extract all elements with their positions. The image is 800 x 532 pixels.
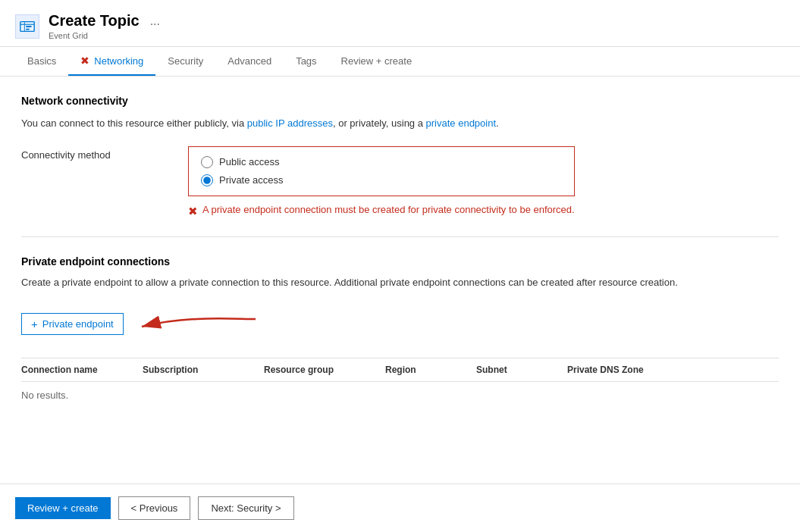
error-text: A private endpoint connection must be cr… [202, 204, 575, 215]
svg-rect-3 [26, 26, 31, 27]
add-private-endpoint-button[interactable]: + Private endpoint [21, 313, 124, 335]
tab-tags[interactable]: Tags [284, 47, 328, 76]
table-header-row: Connection name Subscription Resource gr… [21, 358, 779, 382]
private-access-label: Private access [219, 174, 284, 186]
section-divider [21, 236, 779, 237]
title-text: Create Topic [49, 12, 140, 30]
private-endpoint-link[interactable]: private endpoint [426, 117, 497, 129]
table-body: No results. [21, 382, 779, 408]
endpoints-table: Connection name Subscription Resource gr… [21, 358, 779, 408]
network-connectivity-title: Network connectivity [21, 95, 779, 107]
svg-rect-4 [26, 28, 30, 30]
public-ip-link[interactable]: public IP addresses [247, 117, 333, 129]
private-access-radio[interactable] [201, 174, 213, 186]
ellipsis-button[interactable]: ... [146, 13, 165, 30]
connectivity-box: Public access Private access [188, 146, 575, 196]
review-create-button[interactable]: Review + create [15, 497, 111, 519]
page-subtitle: Event Grid [49, 31, 165, 40]
private-endpoints-title: Private endpoint connections [21, 255, 779, 268]
plus-icon: + [31, 318, 38, 330]
radio-group: Public access Private access [201, 156, 562, 186]
public-access-radio[interactable] [201, 156, 213, 168]
tab-basics[interactable]: Basics [15, 47, 68, 76]
page-title: Create Topic ... [49, 12, 165, 30]
tab-advanced[interactable]: Advanced [215, 47, 284, 76]
connectivity-method-row: Connectivity method Public access Privat… [21, 146, 779, 218]
page-footer: Review + create < Previous Next: Securit… [0, 483, 800, 532]
page-header: Create Topic ... Event Grid [0, 0, 800, 47]
add-endpoint-row: + Private endpoint [21, 302, 779, 346]
col-region: Region [385, 365, 476, 375]
col-resource-group: Resource group [264, 365, 385, 375]
col-subnet: Subnet [476, 365, 567, 375]
col-dns-zone: Private DNS Zone [567, 365, 779, 375]
tab-review-create[interactable]: Review + create [329, 47, 425, 76]
no-results-text: No results. [21, 390, 68, 401]
main-content: Network connectivity You can connect to … [0, 77, 800, 483]
public-access-option[interactable]: Public access [201, 156, 562, 168]
tab-networking[interactable]: ✖ Networking [68, 47, 155, 76]
network-connectivity-desc: You can connect to this resource either … [21, 116, 779, 131]
public-access-label: Public access [219, 156, 279, 167]
arrow-indicator [127, 308, 263, 346]
tab-bar: Basics ✖ Networking Security Advanced Ta… [0, 47, 800, 77]
connectivity-options-container: Public access Private access ✖ A private… [188, 146, 575, 218]
header-text-group: Create Topic ... Event Grid [49, 12, 165, 40]
connectivity-label: Connectivity method [21, 146, 188, 161]
previous-button[interactable]: < Previous [118, 496, 191, 520]
private-access-option[interactable]: Private access [201, 174, 562, 186]
col-subscription: Subscription [143, 365, 264, 375]
tab-security[interactable]: Security [155, 47, 215, 76]
next-button[interactable]: Next: Security > [198, 496, 293, 520]
page-icon [15, 14, 39, 39]
connectivity-error-msg: ✖ A private endpoint connection must be … [188, 204, 575, 218]
add-button-label: Private endpoint [42, 318, 114, 330]
col-connection-name: Connection name [21, 365, 143, 375]
error-circle-icon: ✖ [188, 205, 198, 218]
private-endpoints-desc: Create a private endpoint to allow a pri… [21, 275, 779, 290]
networking-error-icon: ✖ [80, 55, 89, 67]
